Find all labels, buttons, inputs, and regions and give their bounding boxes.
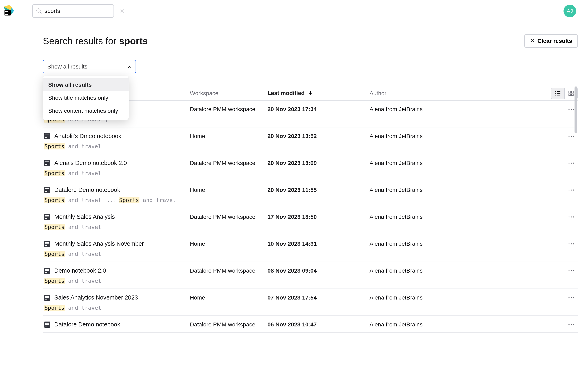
snippet-text: and travel: [65, 197, 105, 203]
svg-point-42: [571, 297, 572, 298]
result-modified: 07 Nov 2023 17:54: [268, 294, 370, 301]
filter-option-content[interactable]: Show content matches only: [43, 104, 129, 117]
result-row[interactable]: Monthly Sales Analysis November Home 10 …: [43, 235, 578, 262]
result-modified: 10 Nov 2023 14:31: [268, 241, 370, 247]
filter-option-label: Show content matches only: [48, 108, 118, 114]
view-toggle: [551, 88, 578, 99]
svg-point-38: [568, 270, 570, 271]
row-more-button[interactable]: [567, 270, 576, 272]
svg-point-35: [568, 243, 570, 244]
svg-point-34: [573, 216, 574, 217]
notebook-icon: [44, 133, 50, 139]
user-avatar[interactable]: AJ: [563, 5, 576, 17]
row-more-button[interactable]: [567, 162, 576, 164]
heading-row: Search results for sports Clear results: [43, 34, 578, 48]
svg-rect-2: [5, 14, 8, 15]
result-snippet: Sports and travel: [43, 305, 578, 311]
result-name: Datalore Demo notebook: [54, 187, 120, 193]
svg-rect-17: [571, 91, 573, 93]
svg-point-45: [571, 324, 572, 325]
view-list-button[interactable]: [551, 88, 564, 99]
column-author[interactable]: Author: [370, 90, 549, 97]
result-author: Alena from JetBrains: [370, 321, 567, 328]
result-name: Datalore Demo notebook: [54, 321, 120, 328]
highlight-term: Sports: [44, 170, 65, 176]
row-more-button[interactable]: [567, 216, 576, 218]
content-area: Search results for sports Clear results …: [17, 22, 588, 367]
highlight-term: Sports: [44, 224, 65, 230]
notebook-icon: [44, 241, 50, 247]
result-modified: 20 Nov 2023 13:52: [268, 133, 370, 140]
search-input[interactable]: [44, 8, 118, 14]
filter-option-label: Show all results: [48, 82, 92, 88]
result-row[interactable]: Datalore Demo notebook Datalore PMM work…: [43, 316, 578, 333]
rows-container[interactable]: Datalore PMM workspace 20 Nov 2023 17:34…: [43, 101, 578, 362]
result-snippet: Sports and travel: [43, 251, 578, 257]
header-bar: AJ: [17, 0, 588, 22]
result-row[interactable]: Alena's Demo notebook 2.0 Datalore PMM w…: [43, 154, 578, 181]
clear-results-button[interactable]: Clear results: [524, 34, 578, 48]
svg-point-30: [571, 189, 572, 191]
svg-point-20: [568, 109, 570, 110]
svg-point-31: [573, 189, 574, 191]
svg-point-36: [571, 243, 572, 244]
svg-point-39: [571, 270, 572, 271]
svg-point-41: [568, 297, 570, 298]
result-author: Alena from JetBrains: [370, 160, 567, 166]
svg-point-26: [568, 162, 570, 164]
result-author: Alena from JetBrains: [370, 267, 567, 274]
close-icon: [530, 38, 535, 44]
column-modified-label: Last modified: [268, 90, 305, 96]
result-row[interactable]: Monthly Sales Analysis Datalore PMM work…: [43, 208, 578, 235]
column-workspace[interactable]: Workspace: [190, 90, 268, 97]
svg-point-24: [571, 136, 572, 137]
row-more-button[interactable]: [567, 189, 576, 191]
result-author: Alena from JetBrains: [370, 187, 567, 193]
filter-dropdown: Show all results Show title matches only…: [43, 76, 129, 120]
svg-point-33: [571, 216, 572, 217]
notebook-icon: [44, 322, 50, 328]
snippet-text: and travel: [139, 197, 176, 203]
result-author: Alena from JetBrains: [370, 106, 567, 113]
search-box[interactable]: [32, 4, 114, 18]
result-row[interactable]: Datalore Demo notebook Home 20 Nov 2023 …: [43, 181, 578, 208]
result-modified: 20 Nov 2023 17:34: [268, 106, 370, 113]
row-more-button[interactable]: [567, 297, 576, 299]
left-rail: [0, 0, 17, 367]
result-workspace: Datalore PMM workspace: [190, 106, 268, 113]
svg-point-46: [573, 324, 574, 325]
row-more-button[interactable]: [567, 243, 576, 245]
result-name: Anatolii's Dmeo notebook: [54, 133, 121, 140]
result-modified: 17 Nov 2023 13:50: [268, 214, 370, 220]
result-row[interactable]: Demo notebook 2.0 Datalore PMM workspace…: [43, 262, 578, 289]
page-title: Search results for sports: [43, 35, 148, 47]
filter-option-title[interactable]: Show title matches only: [43, 91, 129, 104]
row-more-button[interactable]: [567, 324, 576, 325]
result-name: Demo notebook 2.0: [54, 267, 106, 274]
scrollbar-thumb[interactable]: [575, 86, 577, 133]
result-name: Monthly Sales Analysis November: [54, 240, 144, 247]
filter-option-all[interactable]: Show all results: [43, 78, 129, 91]
row-more-button[interactable]: [567, 135, 576, 137]
result-modified: 06 Nov 2023 10:47: [268, 321, 370, 328]
result-workspace: Home: [190, 187, 268, 193]
datalore-logo[interactable]: [2, 4, 15, 16]
snippet-text: and travel: [65, 251, 102, 257]
svg-point-12: [555, 93, 556, 94]
result-name: Alena's Demo notebook 2.0: [54, 160, 127, 166]
svg-point-37: [573, 243, 574, 244]
result-workspace: Home: [190, 241, 268, 247]
search-clear-icon[interactable]: [120, 9, 125, 13]
result-name: Monthly Sales Analysis: [54, 213, 115, 220]
result-row[interactable]: Sales Analytics November 2023 Home 07 No…: [43, 289, 578, 316]
notebook-icon: [44, 187, 50, 193]
svg-point-21: [571, 109, 572, 110]
highlight-term: Sports: [44, 305, 65, 311]
column-last-modified[interactable]: Last modified: [268, 90, 370, 97]
snippet-text: and travel: [65, 305, 102, 311]
result-row[interactable]: Anatolii's Dmeo notebook Home 20 Nov 202…: [43, 127, 578, 154]
svg-point-23: [568, 136, 570, 137]
results-table: Name Workspace Last modified Author: [43, 86, 578, 362]
result-workspace: Datalore PMM workspace: [190, 214, 268, 220]
filter-select[interactable]: Show all results: [43, 60, 136, 73]
